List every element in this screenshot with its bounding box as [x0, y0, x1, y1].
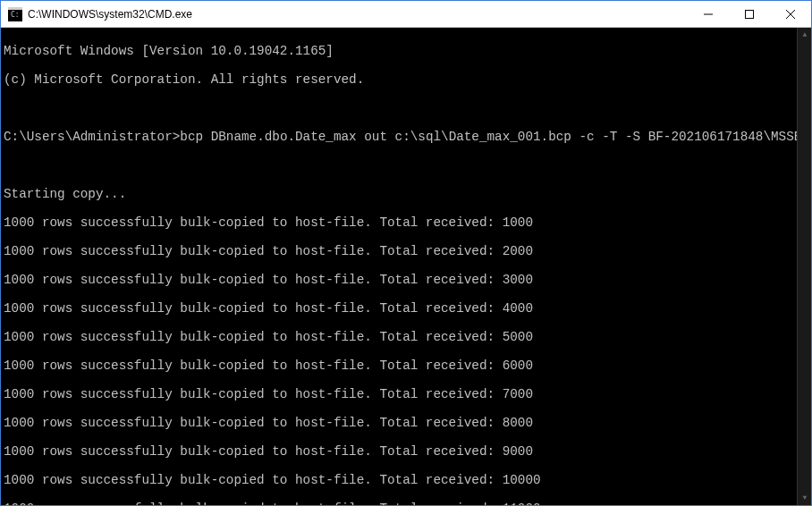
copy-progress-line: 1000 rows successfully bulk-copied to ho…: [4, 273, 808, 287]
copy-progress-line: 1000 rows successfully bulk-copied to ho…: [4, 358, 808, 373]
cmd-icon: C:: [8, 7, 22, 21]
prompt: C:\Users\Administrator>: [4, 130, 180, 144]
copy-progress-line: 1000 rows successfully bulk-copied to ho…: [4, 444, 808, 459]
titlebar[interactable]: C: C:\WINDOWS\system32\CMD.exe: [1, 1, 811, 28]
copy-progress-line: 1000 rows successfully bulk-copied to ho…: [4, 473, 808, 487]
cmd-window: C: C:\WINDOWS\system32\CMD.exe Microsoft…: [0, 0, 812, 506]
copy-progress-line: 1000 rows successfully bulk-copied to ho…: [4, 387, 808, 401]
copyright-line: (c) Microsoft Corporation. All rights re…: [4, 72, 808, 87]
copy-progress-line: 1000 rows successfully bulk-copied to ho…: [4, 502, 808, 505]
vertical-scrollbar[interactable]: ▲ ▼: [797, 28, 811, 505]
terminal-area[interactable]: Microsoft Windows [Version 10.0.19042.11…: [1, 28, 811, 505]
svg-rect-4: [746, 10, 754, 18]
maximize-button[interactable]: [729, 1, 770, 27]
svg-text:C:: C:: [11, 11, 20, 19]
copy-progress-line: 1000 rows successfully bulk-copied to ho…: [4, 330, 808, 344]
starting-copy: Starting copy...: [4, 187, 808, 201]
blank-line: [4, 101, 808, 115]
blank-line: [4, 158, 808, 173]
copy-progress-line: 1000 rows successfully bulk-copied to ho…: [4, 244, 808, 258]
copy-progress-line: 1000 rows successfully bulk-copied to ho…: [4, 215, 808, 230]
window-title: C:\WINDOWS\system32\CMD.exe: [28, 8, 688, 21]
minimize-button[interactable]: [688, 1, 729, 27]
scroll-up-arrow-icon[interactable]: ▲: [798, 28, 811, 42]
version-line: Microsoft Windows [Version 10.0.19042.11…: [4, 44, 808, 58]
svg-rect-1: [8, 7, 22, 10]
command-line: C:\Users\Administrator>bcp DBname.dbo.Da…: [4, 130, 808, 144]
scroll-down-arrow-icon[interactable]: ▼: [798, 491, 811, 505]
bcp-command: bcp DBname.dbo.Date_max out c:\sql\Date_…: [180, 130, 811, 144]
copy-progress-line: 1000 rows successfully bulk-copied to ho…: [4, 301, 808, 316]
copy-progress-line: 1000 rows successfully bulk-copied to ho…: [4, 416, 808, 430]
close-button[interactable]: [770, 1, 811, 27]
window-controls: [688, 1, 811, 27]
